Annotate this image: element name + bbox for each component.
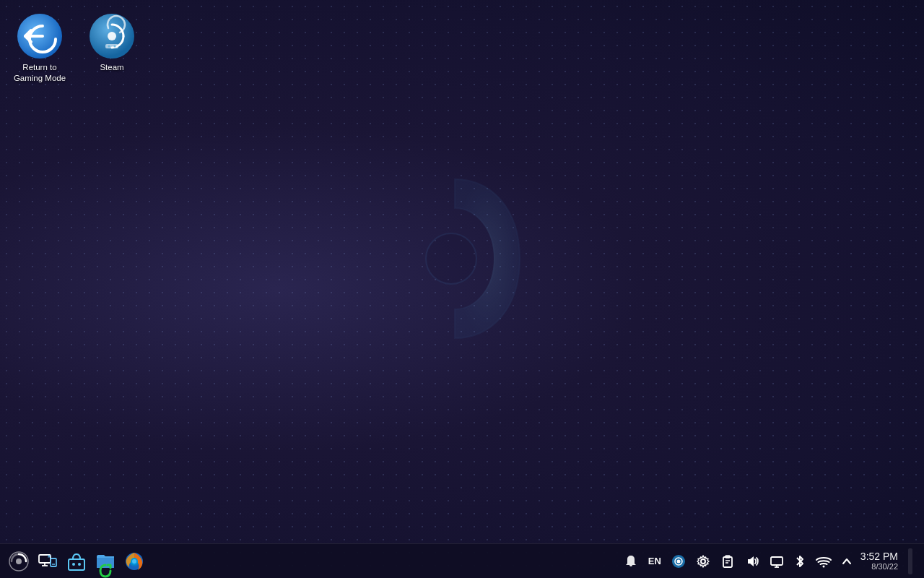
svg-point-35 bbox=[822, 565, 824, 567]
clock-time: 3:52 PM bbox=[860, 551, 898, 563]
return-gaming-label: Return to Gaming Mode bbox=[14, 62, 66, 84]
clipboard-tray-icon[interactable] bbox=[719, 553, 736, 570]
svg-rect-7 bbox=[105, 44, 118, 48]
return-gaming-icon-image bbox=[17, 13, 63, 59]
notification-tray-icon[interactable] bbox=[622, 553, 640, 570]
steam-tray-icon[interactable] bbox=[670, 553, 687, 570]
settings-tray-icon[interactable] bbox=[694, 553, 712, 570]
discovery-store-button[interactable] bbox=[64, 548, 90, 574]
activities-button[interactable] bbox=[6, 548, 32, 574]
taskbar: EN bbox=[0, 543, 924, 578]
steam-icon-image bbox=[89, 13, 135, 59]
language-label: EN bbox=[648, 556, 661, 566]
taskbar-left bbox=[6, 548, 622, 574]
display-manager-button[interactable] bbox=[35, 548, 61, 574]
svg-point-23 bbox=[132, 559, 136, 564]
language-tray-icon[interactable]: EN bbox=[647, 554, 663, 568]
svg-point-18 bbox=[72, 563, 75, 566]
clock-date: 8/30/22 bbox=[860, 562, 898, 571]
svg-point-9 bbox=[114, 46, 116, 48]
steam-label: Steam bbox=[100, 62, 123, 73]
svg-point-0 bbox=[426, 233, 476, 284]
svg-rect-28 bbox=[723, 557, 732, 567]
svg-point-26 bbox=[676, 559, 680, 563]
svg-point-11 bbox=[16, 558, 22, 564]
svg-point-19 bbox=[78, 563, 81, 566]
desktop: Return to Gaming Mode bbox=[0, 0, 924, 578]
svg-rect-32 bbox=[771, 557, 783, 565]
steamos-watermark bbox=[397, 165, 541, 367]
system-tray: EN bbox=[622, 548, 918, 574]
svg-point-8 bbox=[108, 46, 110, 48]
tray-expand-icon[interactable] bbox=[840, 555, 853, 568]
svg-rect-15 bbox=[51, 558, 56, 566]
display-tray-icon[interactable] bbox=[768, 553, 785, 570]
volume-tray-icon[interactable] bbox=[744, 553, 761, 570]
svg-point-27 bbox=[701, 559, 705, 564]
return-to-gaming-mode-icon[interactable]: Return to Gaming Mode bbox=[7, 7, 72, 90]
svg-point-6 bbox=[108, 32, 116, 40]
svg-rect-17 bbox=[69, 559, 84, 570]
desktop-icons-area: Return to Gaming Mode bbox=[7, 7, 144, 90]
show-desktop-button[interactable] bbox=[908, 548, 912, 574]
steam-icon[interactable]: Steam bbox=[79, 7, 144, 90]
file-manager-button[interactable] bbox=[92, 548, 118, 574]
bluetooth-tray-icon[interactable] bbox=[793, 553, 807, 570]
wifi-tray-icon[interactable] bbox=[814, 553, 833, 569]
firefox-button[interactable] bbox=[121, 548, 147, 574]
clock[interactable]: 3:52 PM 8/30/22 bbox=[860, 551, 898, 572]
